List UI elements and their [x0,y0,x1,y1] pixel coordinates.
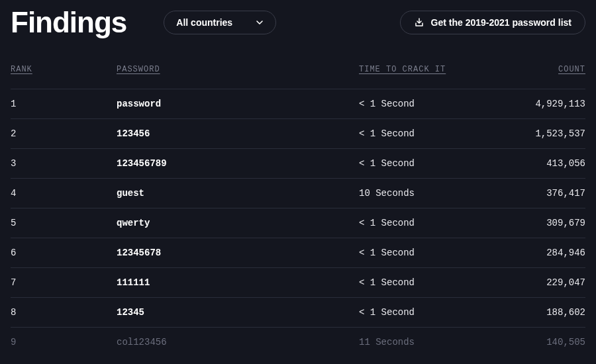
cell-password: 111111 [117,277,342,288]
page-title: Findings [11,8,126,37]
cell-password: 123456789 [117,158,342,169]
download-label: Get the 2019-2021 password list [431,17,571,28]
cell-count: 413,056 [494,158,585,169]
header-controls: All countries Get the 2019-2021 password… [164,11,585,34]
cell-password: 12345 [117,307,342,318]
cell-time: < 1 Second [342,99,494,109]
cell-password: password [117,99,342,109]
cell-password: 12345678 [117,248,342,258]
cell-time: < 1 Second [342,218,494,228]
table-row[interactable]: 4guest10 Seconds376,417 [11,178,585,208]
cell-time: 10 Seconds [342,188,494,199]
table-header: RANK PASSWORD TIME TO CRACK IT COUNT [11,53,585,89]
table-row[interactable]: 5qwerty< 1 Second309,679 [11,208,585,238]
cell-count: 4,929,113 [494,99,585,109]
table-row[interactable]: 2123456< 1 Second1,523,537 [11,118,585,148]
cell-time: < 1 Second [342,277,494,288]
dropdown-label: All countries [176,17,232,28]
col-count[interactable]: COUNT [494,65,585,74]
cell-count: 140,505 [494,337,585,347]
table-row[interactable]: 812345< 1 Second188,602 [11,297,585,327]
country-dropdown[interactable]: All countries [164,11,276,34]
header: Findings All countries Get the 2019-2021… [0,0,596,53]
findings-table: RANK PASSWORD TIME TO CRACK IT COUNT 1pa… [0,53,596,357]
table-row[interactable]: 9col12345611 Seconds140,505 [11,327,585,357]
table-body: 1password< 1 Second4,929,1132123456< 1 S… [11,89,585,357]
cell-time: < 1 Second [342,248,494,258]
table-row[interactable]: 3123456789< 1 Second413,056 [11,148,585,178]
cell-rank: 7 [11,277,117,288]
col-time[interactable]: TIME TO CRACK IT [342,65,494,74]
cell-count: 229,047 [494,277,585,288]
cell-password: guest [117,188,342,199]
cell-count: 284,946 [494,248,585,258]
table-row[interactable]: 1password< 1 Second4,929,113 [11,89,585,118]
cell-count: 188,602 [494,307,585,318]
table-row[interactable]: 612345678< 1 Second284,946 [11,238,585,267]
chevron-down-icon [256,19,264,26]
cell-rank: 1 [11,99,117,109]
table-row[interactable]: 7111111< 1 Second229,047 [11,267,585,297]
cell-time: < 1 Second [342,158,494,169]
col-rank[interactable]: RANK [11,65,117,74]
cell-password: qwerty [117,218,342,228]
cell-count: 309,679 [494,218,585,228]
download-password-list-button[interactable]: Get the 2019-2021 password list [400,11,585,34]
cell-rank: 4 [11,188,117,199]
cell-time: < 1 Second [342,128,494,139]
download-icon [414,17,424,28]
col-password[interactable]: PASSWORD [117,65,342,74]
cell-rank: 9 [11,337,117,347]
cell-rank: 2 [11,128,117,139]
cell-count: 376,417 [494,188,585,199]
cell-time: 11 Seconds [342,337,494,347]
cell-rank: 5 [11,218,117,228]
cell-time: < 1 Second [342,307,494,318]
cell-rank: 3 [11,158,117,169]
cell-rank: 6 [11,248,117,258]
cell-count: 1,523,537 [494,128,585,139]
cell-rank: 8 [11,307,117,318]
cell-password: 123456 [117,128,342,139]
cell-password: col123456 [117,337,342,347]
